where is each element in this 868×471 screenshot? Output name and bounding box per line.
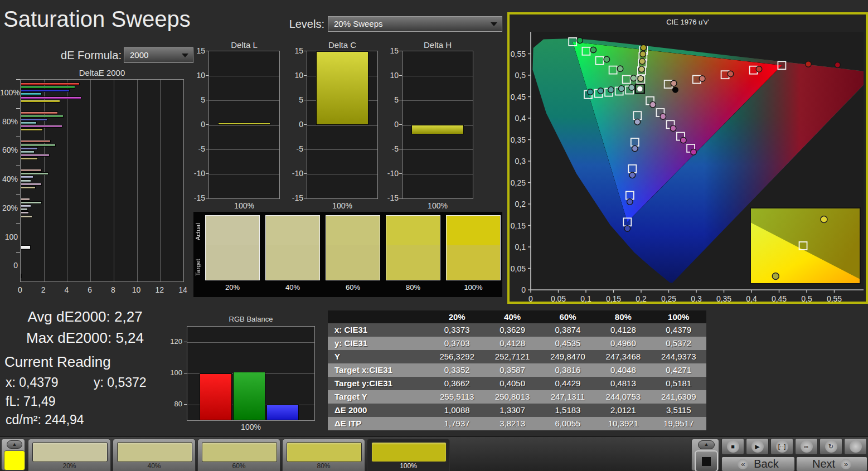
delta-gridline bbox=[209, 100, 279, 101]
delta-y-tick-label: 0 bbox=[288, 120, 303, 129]
level-swatch-button-100%[interactable]: 100% bbox=[367, 439, 450, 471]
table-header-cell: 80% bbox=[595, 310, 651, 323]
delta-y-tick-label: 5 bbox=[383, 95, 399, 104]
table-row: x: CIE310,33730,36290,38740,41280,4379 bbox=[328, 323, 706, 337]
level-swatch-chip bbox=[32, 442, 108, 462]
series-button[interactable]: [··] bbox=[770, 438, 793, 455]
delta-y-tick-label: 15 bbox=[288, 46, 303, 55]
cie-native-primary-dot-red bbox=[835, 62, 840, 68]
next-button[interactable]: Next » bbox=[796, 457, 867, 471]
cie-measured-circle-red bbox=[756, 66, 762, 72]
level-swatch-label: 80% bbox=[283, 462, 365, 470]
delta-bar bbox=[411, 125, 463, 134]
deltae-bar-cyan bbox=[21, 122, 37, 124]
cie-measured-circle-cyan bbox=[588, 89, 594, 95]
rgb-bar-blue bbox=[266, 405, 299, 420]
table-cell-value: 0,4379 bbox=[651, 323, 706, 337]
cie-y-tick-label: 0,1 bbox=[515, 242, 526, 251]
table-header-cell: 100% bbox=[651, 310, 706, 323]
current-x-value: x: 0,4379 bbox=[6, 375, 59, 390]
deltae-group-label: 80% bbox=[0, 117, 18, 126]
table-cell-value: 0,4128 bbox=[484, 337, 540, 350]
table-cell-value: 0,4535 bbox=[540, 337, 595, 350]
current-y-value: y: 0,5372 bbox=[94, 375, 147, 390]
rgb-y-tick-label: 120 bbox=[167, 337, 182, 346]
collapse-left-button[interactable]: ▲ bbox=[7, 440, 22, 449]
table-cell-value: 0,3703 bbox=[429, 337, 484, 350]
stop-button[interactable]: ■ bbox=[721, 438, 744, 455]
table-row: Y256,3292252,7121249,8470247,3468244,937… bbox=[328, 350, 706, 363]
table-cell-value: 1,3307 bbox=[484, 404, 540, 417]
cie-measured-circle-green bbox=[577, 37, 583, 43]
deltae-axis-tick bbox=[16, 166, 20, 166]
cie-black-dot bbox=[672, 87, 678, 93]
level-swatch-button-20%[interactable]: 20% bbox=[28, 439, 111, 471]
stop-square-icon bbox=[702, 457, 711, 466]
deltae-group-label: 100% bbox=[0, 88, 18, 97]
current-reading-heading: Current Reading bbox=[4, 353, 111, 371]
cie-x-tick-label: 0,5 bbox=[801, 294, 812, 303]
meter-control-panel: ▲ bbox=[691, 439, 719, 471]
deltae-bar-green bbox=[21, 86, 75, 89]
deltae-chart: 02468101214100%80%60%40%20%1000 bbox=[0, 0, 192, 301]
table-row: ΔE 20001,00881,33071,51832,01213,5115 bbox=[328, 404, 706, 417]
back-button[interactable]: « Back bbox=[721, 457, 795, 471]
stop-measure-button[interactable] bbox=[695, 450, 718, 471]
deltae-x-tick-label: 14 bbox=[174, 285, 191, 294]
level-swatch-button-60%[interactable]: 60% bbox=[197, 439, 280, 471]
deltae-bar-yellow bbox=[21, 128, 43, 131]
delta-axis-tick bbox=[304, 173, 307, 174]
level-swatch-button-80%[interactable]: 80% bbox=[282, 439, 365, 471]
delta-y-tick-label: -10 bbox=[190, 169, 205, 178]
cie-measured-circle-magenta bbox=[650, 101, 656, 108]
cie-y-tick-label: 0,2 bbox=[515, 200, 526, 208]
cie-measured-circle-yellow bbox=[639, 59, 646, 65]
cie-measured-circle-yellow bbox=[639, 66, 645, 72]
table-row-label: Target y:CIE31 bbox=[328, 377, 429, 390]
table-header-cell: 20% bbox=[429, 310, 484, 323]
delta-gridline bbox=[209, 76, 279, 76]
cie-x-tick-label: 0 bbox=[528, 294, 533, 303]
delta-y-tick-label: 15 bbox=[190, 46, 205, 55]
deltae-bar-red bbox=[21, 140, 51, 143]
table-cell-value: 0,4960 bbox=[595, 337, 651, 350]
table-row-label: y: CIE31 bbox=[328, 337, 429, 350]
compare-swatch-20% bbox=[205, 215, 260, 280]
level-swatch-button-40%[interactable]: 40% bbox=[113, 439, 196, 471]
target-swatch bbox=[386, 245, 440, 280]
actual-swatch bbox=[386, 216, 440, 245]
delta-bar bbox=[218, 123, 270, 125]
level-swatch-chip bbox=[117, 442, 192, 462]
collapse-right-button[interactable]: ▲ bbox=[698, 440, 715, 449]
table-header-cell: 60% bbox=[540, 310, 595, 323]
levels-label: Levels: bbox=[287, 18, 324, 31]
current-cdm2-value: cd/m²: 244,94 bbox=[6, 412, 84, 428]
table-cell-value: 0,3629 bbox=[484, 323, 540, 337]
current-fl-value: fL: 71,49 bbox=[6, 394, 56, 409]
refresh-button[interactable]: ↻ bbox=[819, 438, 842, 455]
table-cell-value: 0,4271 bbox=[651, 363, 706, 377]
table-cell-value: 0,4429 bbox=[540, 377, 595, 390]
table-row: Target x:CIE310,33520,35870,38160,40480,… bbox=[328, 363, 706, 377]
cie-y-tick-label: 0,05 bbox=[511, 264, 526, 273]
delta-axis-tick bbox=[304, 100, 307, 100]
deltae-bar-cyan bbox=[21, 208, 28, 211]
deltae-axis-tick bbox=[16, 79, 20, 80]
level-swatch-label: 20% bbox=[28, 462, 110, 470]
cie-measured-circle-green bbox=[590, 47, 597, 53]
continuous-button[interactable]: ∞ bbox=[795, 438, 818, 455]
deltae-group-label: 0 bbox=[0, 261, 18, 270]
rgb-axis-tick bbox=[184, 342, 187, 342]
deltae-bar-green bbox=[21, 172, 49, 175]
levels-dropdown[interactable]: 20% Sweeps bbox=[328, 16, 502, 32]
cie-y-tick-label: 0 bbox=[521, 285, 526, 294]
play-button[interactable]: ▶ bbox=[746, 438, 769, 455]
record-button[interactable] bbox=[844, 438, 867, 455]
delta-chart-plot-delta_c bbox=[307, 51, 378, 199]
deltae-bar-cyan bbox=[21, 150, 35, 153]
deltae-bar-magenta bbox=[21, 183, 42, 186]
delta-gridline bbox=[403, 100, 473, 101]
delta-axis-tick bbox=[399, 51, 402, 51]
cie-measured-circle-red bbox=[699, 76, 705, 82]
table-cell-value: 0,4128 bbox=[595, 323, 651, 337]
